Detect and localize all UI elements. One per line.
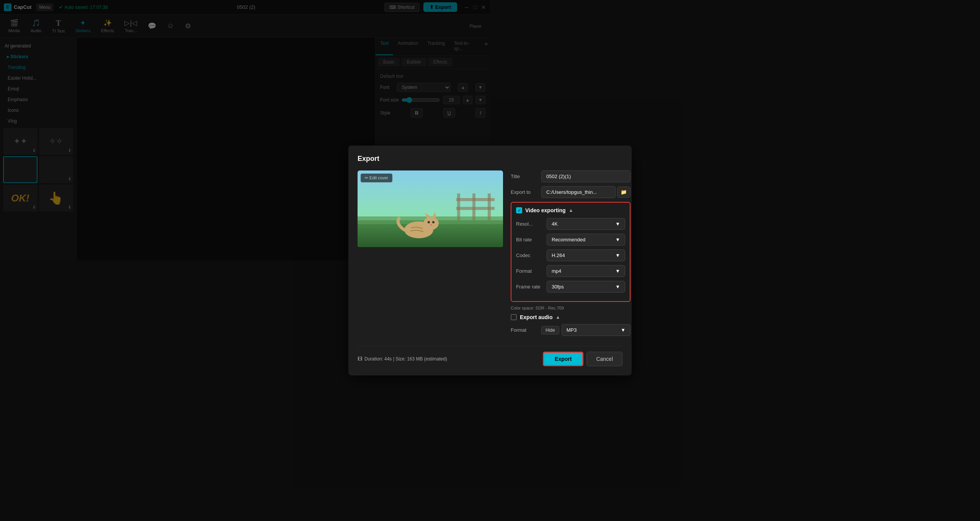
- modal-backdrop: Export: [0, 0, 490, 260]
- svg-rect-7: [456, 207, 490, 210]
- svg-point-12: [428, 221, 430, 223]
- edit-cover-button[interactable]: ✏ Edit cover: [361, 174, 392, 182]
- export-modal: Export: [348, 146, 490, 260]
- svg-point-14: [430, 224, 432, 226]
- svg-rect-6: [456, 198, 490, 201]
- svg-point-13: [432, 221, 434, 223]
- modal-title: Export: [358, 155, 490, 163]
- modal-preview: ✏ Edit cover: [358, 170, 490, 260]
- modal-body: ✏ Edit cover Title Export to 📁: [358, 170, 490, 260]
- preview-image: ✏ Edit cover: [358, 170, 490, 247]
- svg-point-9: [423, 217, 439, 230]
- main-layout: AI generated ▸ Stickers Trending Easter …: [0, 38, 490, 260]
